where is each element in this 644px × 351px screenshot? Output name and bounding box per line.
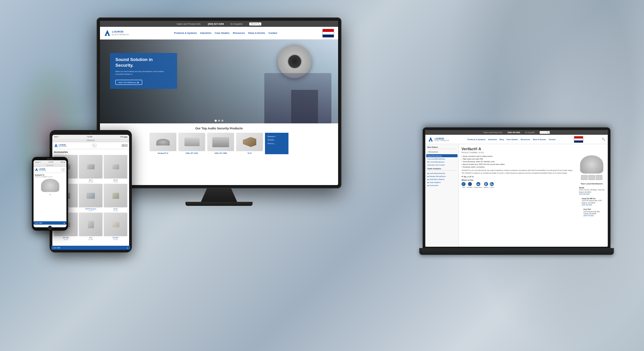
distributor-0: ADI-NS 22125 17th Ave. SE Bldg E, Suite … — [579, 187, 604, 195]
phone-url-bar[interactable]: louroe.com — [34, 164, 66, 167]
laptop-nav-2[interactable]: Blog — [500, 138, 504, 140]
product-number: PRODUCT NUMBER: LE-070 — [462, 152, 605, 154]
product-img-0 — [150, 133, 176, 151]
logo[interactable]: LOUROE ELECTRONICS — [104, 29, 129, 37]
bullet-2: Omni-directional, within 30° diameter ci… — [462, 161, 575, 163]
hero-cta-button[interactable]: Hear The Difference ▶ — [115, 80, 142, 85]
laptop-nav-6[interactable]: Contact — [549, 138, 555, 140]
sidebar-mic-level[interactable]: Mic Level Microphones — [427, 160, 457, 163]
tablet-section-title: Accessories — [54, 151, 127, 153]
sidebar-audio-base[interactable]: ◆ Audio Base Stations — [427, 178, 457, 181]
sidebar-digital-microphones[interactable]: Digital Microphones — [426, 154, 458, 157]
phone-product-image — [41, 179, 59, 192]
monitor-screen: Sales and Product Info: (800) 927-6498 E… — [100, 21, 338, 185]
tablet-chat-label: Let's Talk! — [53, 247, 60, 248]
nav-products[interactable]: Products & Systems — [174, 32, 197, 34]
sidebar-audio-adapters[interactable]: ◆ Audio Adapters — [427, 181, 457, 184]
product-thumb-2[interactable] — [596, 175, 602, 180]
tablet-search[interactable]: 🔍 — [92, 144, 97, 147]
tablet-chat-chevron-icon: ▲ — [127, 247, 128, 248]
use-icons-row: 🛒 retail 🎓 education 🚌 — [462, 182, 575, 188]
phone-chat-label: Let's Talk! — [35, 222, 42, 224]
phone-carrier: Verizon © — [35, 161, 41, 163]
laptop-search[interactable]: Search 🔍 — [540, 131, 550, 134]
phone-logo-icon — [35, 168, 38, 172]
logo-text-block: LOUROE ELECTRONICS — [112, 31, 129, 36]
list-view-icon[interactable] — [125, 144, 127, 147]
use-icon-education: 🎓 education — [467, 182, 473, 188]
browse-line-0[interactable]: Browse A — [268, 135, 286, 138]
laptop-logo[interactable]: LOUROE ELECTRONICS — [428, 136, 449, 142]
product-card-1[interactable]: ASK-4® #101 — [178, 133, 205, 154]
sidebar-line-level[interactable]: Line Level Microphones — [427, 157, 457, 160]
laptop-search-icon-header[interactable]: 🔍 — [602, 138, 605, 141]
monitor-frame: Sales and Product Info: (800) 927-6498 E… — [97, 17, 341, 188]
nav-resources[interactable]: Resources — [233, 32, 245, 34]
grid-view-icon[interactable] — [122, 144, 124, 147]
laptop-nav-3[interactable]: Case Studies — [506, 138, 518, 140]
sidebar-agc[interactable]: Automatic Gain Control — [427, 163, 457, 166]
nav-news-events[interactable]: News & Events — [248, 32, 265, 34]
product-dimensions: 4" Dia. x 1.5" H — [462, 176, 575, 178]
tablet-status-bar: iPad © 7:24 PM 56% ■■■■ — [52, 135, 129, 139]
product-card-0[interactable]: Verifact® A — [150, 133, 176, 154]
nav-contact[interactable]: Contact — [268, 32, 277, 34]
main-nav: Products & Systems Industries Case Studi… — [174, 32, 277, 34]
product-layout: Easily mounted to wall or ceiling surfac… — [462, 155, 605, 218]
tablet-product-2[interactable]: AD-10 LE-335 — [104, 155, 127, 183]
tablet-product-num-5: LE-334 — [104, 210, 127, 212]
product-description: Verifact® A is an omni-directional, low-… — [462, 169, 575, 174]
product-thumb-1[interactable] — [588, 175, 595, 180]
tablet-product-1[interactable]: AD-3 LE-243 — [79, 155, 103, 183]
tablet-logo[interactable]: LOUROE ELECTRONICS — [54, 143, 67, 148]
product-card-2[interactable]: ASK-4® #300 — [207, 133, 234, 154]
product-name-3: TLO — [236, 152, 263, 154]
phone-url: louroe.com — [47, 164, 53, 166]
tablet-chat-bar[interactable]: Let's Talk! ▲ — [52, 246, 129, 248]
tablet-search-icon: 🔍 — [93, 144, 95, 147]
laptop-usa-badge — [574, 136, 583, 143]
laptop-nav-4[interactable]: Resources — [521, 138, 530, 140]
tablet-product-8[interactable]: BR-8WS LE-267 — [104, 213, 127, 240]
nav-industries[interactable]: Industries — [200, 32, 211, 34]
phone-scan-icon: 🔍 — [35, 194, 65, 195]
monitor-base — [185, 202, 253, 206]
browse-line-2[interactable]: Find a L... — [268, 142, 286, 145]
phone-logo[interactable]: LOUROE ELECTRONICS — [35, 168, 46, 172]
tablet-product-4[interactable]: ADPSP Backbox LE-029 — [79, 184, 103, 212]
laptop-logo-sub: ELECTRONICS — [435, 140, 449, 141]
tablet-url-bar[interactable]: louroe.com — [52, 139, 129, 142]
sidebar-speaker-mics[interactable]: ◆ Speaker Microphones — [427, 175, 457, 178]
sidebar-accessories[interactable]: ◆ Accessories — [427, 184, 457, 187]
phone-frame: Verizon © 7:32 PM 100% ■ louroe.com — [32, 157, 68, 231]
sidebar-monitoring-kits[interactable]: ◆ Audio Monitoring Kits — [427, 172, 457, 175]
phone-home-button[interactable] — [48, 226, 52, 230]
where-to-use-label: Where to Use — [462, 179, 575, 181]
topbar-search[interactable]: Search 🔍 — [249, 22, 261, 25]
tablet-product-num-2: LE-335 — [104, 181, 127, 183]
topbar-search-input[interactable]: Search — [251, 23, 257, 25]
phone-search[interactable]: 🔍 — [61, 168, 65, 171]
rack-device-icon — [212, 137, 229, 147]
tablet-product-5[interactable]: AD-30 LE-334 — [104, 184, 127, 212]
svg-rect-5 — [56, 146, 56, 147]
laptop-topbar-espanol[interactable]: En Español — [525, 131, 535, 133]
laptop-topbar-phone: (888) 265-8692 — [507, 131, 520, 133]
browse-line-1[interactable]: Downlo... — [268, 138, 286, 141]
phone-speaker — [47, 159, 53, 160]
laptop-nav-0[interactable]: Products & Systems — [468, 138, 486, 140]
laptop-nav-5[interactable]: News & Events — [533, 138, 546, 140]
hero-title: Sound Solution in Security. — [115, 57, 172, 68]
topbar-espanol[interactable]: En Español — [230, 23, 243, 25]
sidebar-microphones[interactable]: • Microphones — [427, 150, 457, 153]
phone-chat-bar[interactable]: Let's Talk! ▲ — [34, 221, 66, 225]
tablet-product-num-8: LE-267 — [104, 239, 127, 240]
nav-case-studies[interactable]: Case Studies — [215, 32, 229, 34]
laptop-nav-1[interactable]: Industries — [488, 138, 497, 140]
product-thumb-0[interactable] — [581, 175, 588, 180]
hero-subtitle: Meet our best selling security microphon… — [115, 70, 172, 76]
product-card-3[interactable]: TLO — [236, 133, 263, 154]
laptop-frame: Sales and Product Info: (888) 265-8692 E… — [423, 127, 610, 248]
tablet-product-7[interactable]: DC5 LE-300 — [79, 213, 103, 240]
phone-screen: Verizon © 7:32 PM 100% ■ louroe.com — [34, 160, 66, 227]
